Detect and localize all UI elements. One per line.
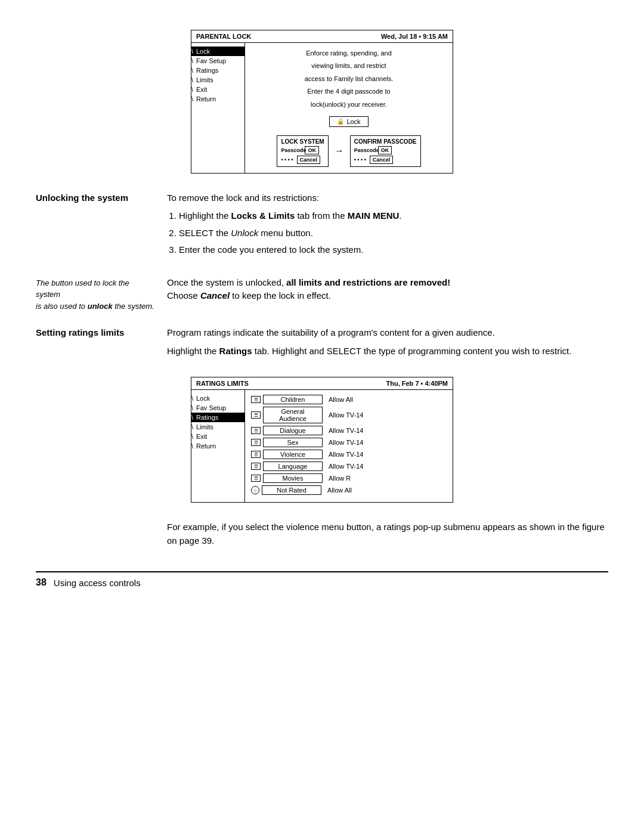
description-line2: viewing limits, and restrict: [253, 61, 444, 70]
description-line5: lock(unlock) your receiver.: [253, 100, 444, 109]
sidebar-item-fav-setup[interactable]: Fav Setup: [191, 56, 244, 66]
children-value: Allow All: [329, 396, 353, 403]
unlock-note-section: The button used to lock the system is al…: [36, 276, 608, 312]
description-line3: access to Family list channels.: [253, 75, 444, 83]
dialogue-name: Dialogue: [263, 426, 323, 435]
movies-value: Allow R: [329, 475, 351, 482]
parental-lock-box: PARENTAL LOCK Wed, Jul 18 • 9:15 AM Lock…: [191, 30, 453, 174]
ratings-row-children[interactable]: ☰ Children Allow All: [251, 395, 447, 404]
ratings-body-inner: Lock Fav Setup Ratings Limits Exit Retur…: [191, 390, 453, 502]
footer: 38 Using access controls: [36, 571, 608, 588]
parental-lock-datetime: Wed, Jul 18 • 9:15 AM: [381, 33, 448, 40]
unlock-italic-note: The button used to lock the system is al…: [36, 276, 167, 312]
movies-name: Movies: [263, 473, 323, 483]
once-unlocked-text: Once the system is unlocked, all limits …: [167, 276, 608, 290]
general-value: Allow TV-14: [329, 411, 364, 419]
confirm-dots-row: • • • • Cancel: [354, 156, 417, 164]
locks-limits-bold: Locks & Limits: [231, 210, 295, 221]
unlocking-step-2: SELECT the Unlock menu button.: [179, 227, 608, 240]
sidebar-item-ratings[interactable]: Ratings: [191, 66, 244, 75]
main-menu-bold: MAIN MENU: [348, 210, 400, 221]
ratings-row-general[interactable]: ☰ General Audience Allow TV-14: [251, 407, 447, 423]
confirm-passcode-row: Passcode OK: [354, 146, 417, 154]
dialogue-icon: ☰: [251, 427, 261, 434]
not-rated-icon: ○: [251, 486, 259, 494]
unlocking-step-3: Enter the code you entered to lock the s…: [179, 243, 608, 257]
ratings-sidebar-fav-setup[interactable]: Fav Setup: [191, 403, 244, 413]
cancel-button[interactable]: Cancel: [297, 156, 321, 164]
ratings-sidebar-ratings[interactable]: Ratings: [191, 413, 244, 422]
ratings-followup: For example, if you select the violence …: [167, 521, 608, 547]
sidebar-item-limits[interactable]: Limits: [191, 75, 244, 85]
lock-system-fields: Passcode OK • • • • Cancel: [281, 146, 324, 164]
unlock-note-content: Once the system is unlocked, all limits …: [167, 276, 608, 312]
ratings-ui-box: RATINGS LIMITS Thu, Feb 7 • 4:40PM Lock …: [191, 377, 453, 503]
passcode-row: LOCK SYSTEM Passcode OK • • • • Cancel: [253, 135, 444, 167]
ratings-sidebar-limits[interactable]: Limits: [191, 422, 244, 432]
children-icon: ☰: [251, 396, 261, 403]
ratings-header: RATINGS LIMITS Thu, Feb 7 • 4:40PM: [191, 377, 453, 390]
choose-cancel-text: Choose Cancel to keep the lock in effect…: [167, 289, 608, 303]
ratings-row-sex[interactable]: ☰ Sex Allow TV-14: [251, 438, 447, 447]
ratings-row-language[interactable]: ☰ Language Allow TV-14: [251, 462, 447, 471]
sex-name: Sex: [263, 438, 323, 447]
sidebar-item-lock[interactable]: Lock: [191, 47, 244, 56]
movies-icon: ☰: [251, 475, 261, 482]
general-name: General Audience: [263, 407, 323, 423]
passcode-label: Passcode: [281, 147, 304, 153]
not-rated-name: Not Rated: [262, 485, 321, 495]
ratings-row-not-rated[interactable]: ○ Not Rated Allow All: [251, 485, 447, 495]
ratings-sidebar-return[interactable]: Return: [191, 441, 244, 451]
ratings-datetime: Thu, Feb 7 • 4:40PM: [386, 380, 448, 387]
lock-button-label: Lock: [346, 118, 360, 125]
cancel-italic-bold: Cancel: [200, 290, 230, 301]
lock-system-title: LOCK SYSTEM: [281, 138, 324, 145]
all-limits-bold: all limits and restrictions are removed!: [286, 277, 450, 287]
parental-lock-header: PARENTAL LOCK Wed, Jul 18 • 9:15 AM: [191, 30, 453, 43]
language-name: Language: [263, 462, 323, 471]
general-icon: ☰: [251, 411, 261, 419]
lock-system-box: LOCK SYSTEM Passcode OK • • • • Cancel: [277, 135, 328, 167]
sidebar-item-return[interactable]: Return: [191, 94, 244, 104]
description-line1: Enforce rating, spending, and: [253, 49, 444, 58]
sex-value: Allow TV-14: [329, 439, 364, 446]
lock-dots: • • • •: [281, 157, 293, 163]
unlock-bold-italic: unlock: [88, 302, 113, 311]
ratings-section-label: Setting ratings limits: [36, 326, 167, 363]
language-icon: ☰: [251, 463, 261, 470]
footer-page-number: 38: [36, 577, 47, 588]
ratings-row-dialogue[interactable]: ☰ Dialogue Allow TV-14: [251, 426, 447, 435]
violence-icon: ☰: [251, 451, 261, 458]
ratings-body: Program ratings indicate the suitability…: [167, 326, 608, 363]
ratings-sidebar-lock[interactable]: Lock: [191, 394, 244, 403]
parental-lock-content: Enforce rating, spending, and viewing li…: [245, 43, 453, 173]
violence-value: Allow TV-14: [329, 451, 364, 458]
ratings-row-violence[interactable]: ☰ Violence Allow TV-14: [251, 450, 447, 459]
sidebar-item-exit[interactable]: Exit: [191, 85, 244, 94]
ratings-row-movies[interactable]: ☰ Movies Allow R: [251, 473, 447, 483]
ratings-limits-diagram: RATINGS LIMITS Thu, Feb 7 • 4:40PM Lock …: [36, 377, 608, 503]
unlocking-section: Unlocking the system To remove the lock …: [36, 191, 608, 262]
confirm-ok-button[interactable]: OK: [378, 146, 392, 154]
lock-icon: 🔒: [337, 118, 344, 125]
confirm-passcode-title: CONFIRM PASSCODE: [354, 138, 417, 145]
unlocking-body: To remove the lock and its restrictions:…: [167, 191, 608, 262]
parental-lock-title: PARENTAL LOCK: [196, 33, 251, 40]
confirm-cancel-button[interactable]: Cancel: [370, 156, 394, 164]
confirm-passcode-fields: Passcode OK • • • • Cancel: [354, 146, 417, 164]
lock-dots-row: • • • • Cancel: [281, 156, 324, 164]
lock-button[interactable]: 🔒 Lock: [329, 116, 368, 127]
unlocking-intro: To remove the lock and its restrictions:: [167, 191, 608, 205]
arrow-icon: →: [333, 135, 345, 167]
unlocking-label: Unlocking the system: [36, 191, 167, 262]
parental-lock-body: Lock Fav Setup Ratings Limits Exit Retur…: [191, 43, 453, 173]
confirm-dots: • • • •: [354, 157, 366, 163]
footer-text: Using access controls: [54, 578, 141, 588]
ratings-sidebar-exit[interactable]: Exit: [191, 432, 244, 441]
followup-text: For example, if you select the violence …: [167, 521, 608, 547]
ok-button[interactable]: OK: [305, 146, 319, 154]
ratings-bold: Ratings: [219, 346, 252, 356]
ratings-section: Setting ratings limits Program ratings i…: [36, 326, 608, 363]
unlocking-step-1: Highlight the Locks & Limits tab from th…: [179, 209, 608, 223]
parental-lock-diagram: PARENTAL LOCK Wed, Jul 18 • 9:15 AM Lock…: [36, 30, 608, 174]
